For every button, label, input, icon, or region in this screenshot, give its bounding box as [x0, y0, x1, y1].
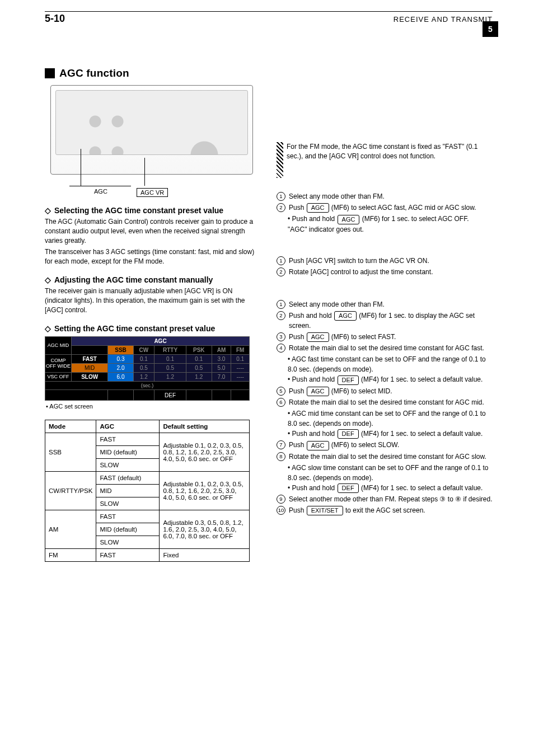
- cell: 0.3: [108, 355, 133, 364]
- step-number-icon: 10: [277, 506, 285, 515]
- step-number-icon: 2: [277, 267, 285, 276]
- col-fm: FM: [231, 346, 250, 355]
- softkey-agc: AGC: [307, 441, 329, 450]
- intro-para-1: The AGC (Automatic Gain Control) control…: [45, 217, 261, 246]
- diamond-icon: ◇: [45, 206, 51, 215]
- step-number-icon: 8: [277, 452, 285, 461]
- hatch-icon: [277, 142, 283, 178]
- section-bullet-icon: [45, 68, 55, 78]
- note-box: For the FM mode, the AGC time constant i…: [277, 142, 493, 161]
- softkey-agc: AGC: [307, 203, 329, 213]
- sec-label: (sec.): [45, 382, 250, 390]
- softkey-exit: EXIT/SET: [307, 506, 343, 515]
- def-softkey: DEF: [154, 390, 186, 401]
- th-default: Default setting: [160, 420, 250, 433]
- steps-manual: 1 Push [AGC VR] switch to turn the AGC V…: [277, 256, 493, 277]
- cell: 1.2: [154, 373, 186, 382]
- cell: 0.5: [186, 364, 212, 373]
- step-text: Select any mode other than FM.: [289, 299, 385, 309]
- step-text: Push AGC (MF6) to select SLOW.: [289, 440, 399, 450]
- cell: ----: [231, 364, 250, 373]
- cell: 1.2: [186, 373, 212, 382]
- cell: MID (default): [96, 446, 160, 459]
- step-sub: Push and hold AGC (MF6) for 1 sec. to se…: [288, 214, 493, 224]
- th-mode: Mode: [45, 420, 96, 433]
- cell: 7.0: [212, 373, 231, 382]
- step-text: Select any mode other than FM.: [289, 191, 385, 201]
- agc-set-screen: AGC MID AGC SSB CW RTTY PSK AM FM COMP O…: [45, 336, 261, 410]
- defaults-table: Mode AGC Default setting SSB FAST Adjust…: [45, 420, 250, 562]
- step-number-icon: 6: [277, 398, 285, 407]
- cell: 0.5: [154, 364, 186, 373]
- chapter-tab: 5: [483, 21, 498, 37]
- col-ssb: SSB: [108, 346, 133, 355]
- col-psk: PSK: [186, 346, 212, 355]
- step-sub: AGC slow time constant can be set to OFF…: [288, 463, 493, 483]
- cell: 0.5: [133, 364, 154, 373]
- cell: FAST (default): [96, 472, 160, 485]
- cell: 6.0: [108, 373, 133, 382]
- softkey-def: DEF: [338, 483, 359, 493]
- cell: FAST: [96, 549, 160, 562]
- subsection-title-1: Selecting the AGC time constant preset v…: [54, 206, 223, 215]
- softkey-agc: AGC: [338, 215, 360, 224]
- pointer-label-agcvr: AGC VR: [137, 188, 168, 197]
- section-title: AGC function: [59, 67, 129, 79]
- subsection-title-3: Setting the AGC time constant preset val…: [54, 324, 215, 333]
- range-cw: Adjustable 0.1, 0.2, 0.3, 0.5, 0.8, 1.2,…: [160, 472, 250, 510]
- col-blank: [72, 346, 108, 355]
- diamond-icon: ◇: [45, 324, 51, 333]
- step-text: Push AGC (MF6) to select MID.: [289, 386, 392, 396]
- softkey-agc: AGC: [334, 311, 357, 321]
- cell: 3.0: [212, 355, 231, 364]
- cell: 1.2: [133, 373, 154, 382]
- step-text: Push and hold AGC (MF6) for 1 sec. to di…: [289, 311, 493, 331]
- side-label-vsc: VSC OFF: [45, 373, 72, 382]
- step-text: Rotate the main dial to set the desired …: [289, 452, 486, 462]
- range-ssb: Adjustable 0.1, 0.2, 0.3, 0.5, 0.8, 1.2,…: [160, 433, 250, 472]
- softkey-agc: AGC: [307, 387, 329, 396]
- cell: FAST: [96, 433, 160, 446]
- steps-set-preset: 1 Select any mode other than FM. 2 Push …: [277, 299, 493, 516]
- col-rtty: RTTY: [154, 346, 186, 355]
- cell: 0.1: [186, 355, 212, 364]
- softkey-agc: AGC: [307, 332, 329, 342]
- cell: 5.0: [212, 364, 231, 373]
- cell: MID (default): [96, 523, 160, 536]
- cell: ----: [231, 373, 250, 382]
- intro-para-3: The receiver gain is manually adjustable…: [45, 287, 261, 315]
- step-text: Rotate the main dial to set the desired …: [289, 397, 484, 407]
- row-mid: MID: [72, 364, 108, 373]
- step-number-icon: 1: [277, 300, 285, 309]
- mode-am: AM: [45, 510, 96, 549]
- cell: FAST: [96, 510, 160, 523]
- cell: SLOW: [96, 459, 160, 472]
- mode-fm: FM: [45, 549, 96, 562]
- softkey-def: DEF: [338, 375, 359, 385]
- diamond-icon: ◇: [45, 275, 51, 284]
- row-slow: SLOW: [72, 373, 108, 382]
- step-text: Rotate [AGC] control to adjust the time …: [289, 267, 433, 277]
- step-sub: Push and hold DEF (MF4) for 1 sec. to se…: [288, 374, 493, 384]
- step-number-icon: 7: [277, 440, 285, 449]
- cell: SLOW: [96, 536, 160, 549]
- cell: 0.1: [154, 355, 186, 364]
- mode-ssb: SSB: [45, 433, 96, 472]
- row-fast: FAST: [72, 355, 108, 364]
- side-label-agc: AGC MID: [45, 337, 72, 355]
- step-text: Push AGC (MF6) to select FAST.: [289, 332, 396, 342]
- intro-para-2: The transceiver has 3 AGC settings (time…: [45, 247, 261, 266]
- cell: MID: [96, 485, 160, 497]
- step-text: Push EXIT/SET to exit the AGC set screen…: [289, 505, 425, 515]
- step-sub: Push and hold DEF (MF4) for 1 sec. to se…: [288, 429, 493, 439]
- subsection-title-2: Adjusting the AGC time constant manually: [54, 275, 213, 284]
- step-number-icon: 2: [277, 203, 285, 212]
- step-sub: AGC fast time constant can be set to OFF…: [288, 354, 493, 374]
- range-fm: Fixed: [160, 549, 250, 562]
- step-number-icon: 2: [277, 311, 285, 320]
- softkey-def: DEF: [338, 429, 359, 439]
- step-sub: "AGC" indicator goes out.: [288, 224, 493, 234]
- step-text: Rotate the main dial to set the desired …: [289, 343, 484, 353]
- side-label-comp: COMP OFF WIDE: [45, 355, 72, 373]
- step-sub: AGC mid time constant can be set to OFF …: [288, 408, 493, 429]
